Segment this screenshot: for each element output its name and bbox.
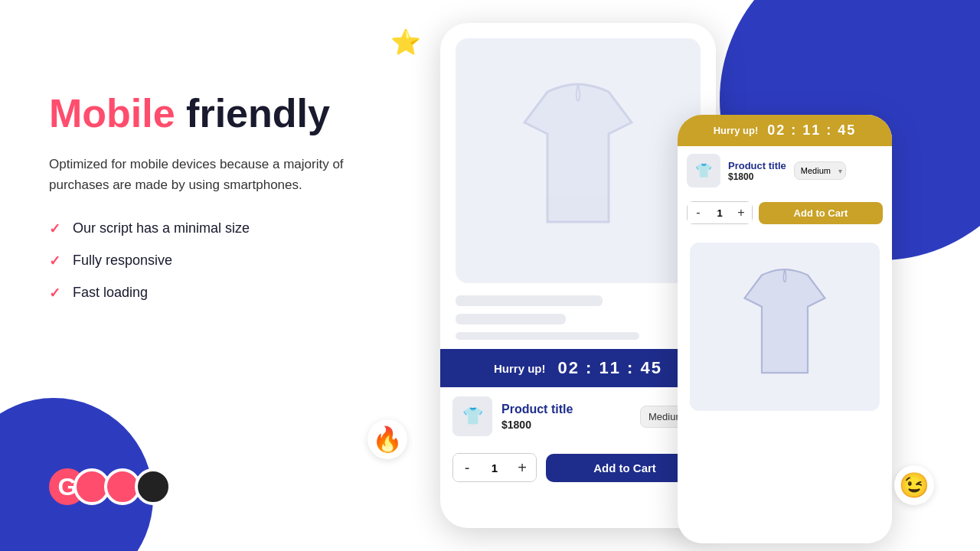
shirt-illustration-small [727, 258, 842, 396]
quantity-decrease-button-small[interactable]: - [688, 202, 709, 223]
timer-display-small: 02 : 11 : 45 [767, 122, 856, 139]
hurry-bar-small: Hurry up! 02 : 11 : 45 [678, 115, 892, 146]
feature-item-2: ✓ Fully responsive [49, 253, 416, 269]
feature-text-2: Fully responsive [73, 253, 172, 269]
feature-item-1: ✓ Our script has a minimal size [49, 220, 416, 237]
product-info-small: Product title $1800 [728, 160, 786, 182]
phone-main: Hurry up! 02 : 11 : 45 👕 Product title $… [440, 23, 716, 528]
check-icon-2: ✓ [49, 253, 60, 269]
variant-wrapper-small[interactable]: Medium Small Large [794, 161, 846, 180]
quantity-control: - 1 + [452, 453, 537, 482]
feature-text-3: Fast loading [73, 285, 148, 301]
product-thumbnail: 👕 [452, 396, 492, 436]
product-price-small: $1800 [728, 171, 786, 182]
feature-list: ✓ Our script has a minimal size ✓ Fully … [49, 220, 416, 302]
feature-item-3: ✓ Fast loading [49, 285, 416, 302]
text-placeholders [440, 283, 716, 340]
add-to-cart-button-small[interactable]: Add to Cart [759, 202, 883, 224]
product-thumbnail-small: 👕 [687, 154, 720, 187]
phone-second: Hurry up! 02 : 11 : 45 👕 Product title $… [678, 115, 892, 543]
cart-row-small: - 1 + Add to Cart [678, 195, 892, 230]
variant-select-small[interactable]: Medium Small Large [794, 161, 846, 180]
star-icon: ⭐ [390, 28, 421, 57]
product-title: Product title [501, 402, 631, 416]
hurry-label: Hurry up! [494, 362, 546, 375]
product-title-small: Product title [728, 160, 786, 171]
placeholder-line-1 [456, 295, 603, 306]
quantity-increase-button[interactable]: + [508, 454, 536, 481]
product-price: $1800 [501, 419, 631, 431]
logo-circle-3 [135, 468, 172, 505]
headline: Mobile friendly [49, 92, 416, 135]
phone-main-screen: Hurry up! 02 : 11 : 45 👕 Product title $… [440, 38, 716, 494]
product-image-area-small [690, 243, 880, 411]
product-image-area [456, 38, 701, 283]
cart-row: - 1 + Add to Cart [440, 445, 716, 494]
left-content: Mobile friendly Optimized for mobile dev… [49, 92, 416, 317]
timer-display: 02 : 11 : 45 [557, 358, 662, 378]
wink-icon: 😉 [894, 465, 934, 505]
logo-circles [80, 468, 172, 505]
placeholder-line-2 [456, 314, 566, 324]
quantity-increase-button-small[interactable]: + [730, 202, 752, 223]
headline-mobile: Mobile [49, 91, 175, 135]
description-text: Optimized for mobile devices because a m… [49, 154, 371, 195]
quantity-value-small: 1 [709, 207, 730, 219]
placeholder-line-3 [456, 332, 639, 340]
feature-text-1: Our script has a minimal size [73, 220, 250, 236]
quantity-control-small: - 1 + [687, 201, 753, 224]
shirt-illustration [501, 69, 655, 253]
hurry-bar: Hurry up! 02 : 11 : 45 [440, 349, 716, 387]
logo: G [49, 468, 172, 505]
hurry-label-small: Hurry up! [714, 125, 759, 136]
phones-container: Hurry up! 02 : 11 : 45 👕 Product title $… [440, 23, 716, 528]
quantity-value: 1 [481, 461, 508, 474]
check-icon-3: ✓ [49, 285, 60, 302]
headline-friendly: friendly [175, 91, 330, 135]
check-icon-1: ✓ [49, 220, 60, 237]
fire-icon: 🔥 [368, 419, 407, 459]
product-row-small: 👕 Product title $1800 Medium Small Large [678, 146, 892, 195]
product-row: 👕 Product title $1800 Medium Small Large [440, 387, 716, 445]
product-info: Product title $1800 [501, 402, 631, 430]
quantity-decrease-button[interactable]: - [453, 454, 481, 481]
